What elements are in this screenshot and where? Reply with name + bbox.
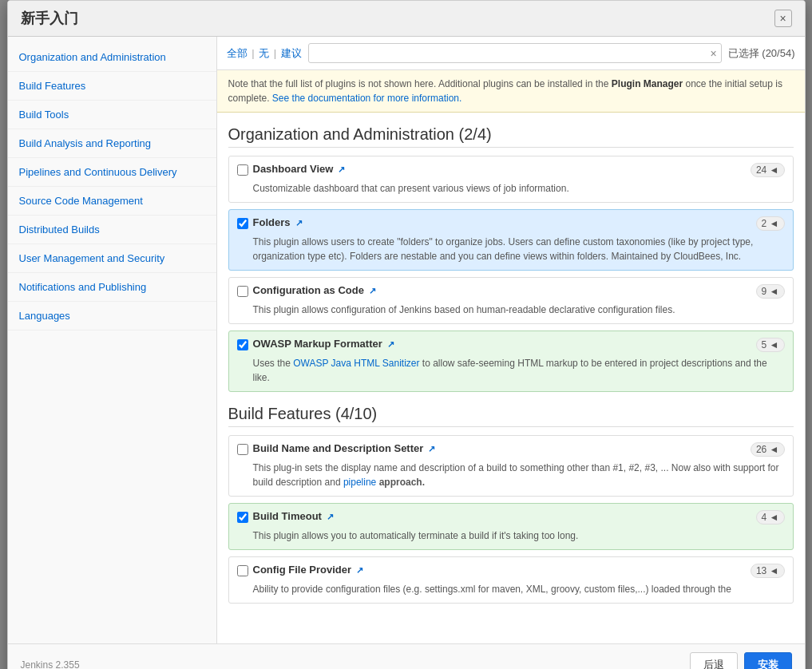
plugin-header-left-build-name-setter: Build Name and Description Setter ↗ [237, 442, 744, 455]
footer-buttons: 后退 安装 [690, 652, 792, 669]
plugin-desc-folders: This plugin allows users to create "fold… [253, 235, 785, 263]
plugin-link-owasp[interactable]: ↗ [385, 339, 394, 349]
filter-suggested[interactable]: 建议 [281, 47, 302, 59]
section-title-org-admin: Organization and Administration (2/4) [228, 125, 794, 148]
sidebar-item-org-admin[interactable]: Organization and Administration [8, 43, 216, 72]
plugin-item-config-file-provider: Config File Provider ↗13 ◄Ability to pro… [228, 556, 794, 604]
plugin-name-dashboard-view: Dashboard View ↗ [253, 163, 346, 175]
plugin-link-config-file-provider[interactable]: ↗ [354, 565, 363, 575]
plugin-name-build-timeout: Build Timeout ↗ [253, 510, 335, 522]
plugin-desc-config-file-provider: Ability to provide configuration files (… [253, 582, 785, 596]
scroll-area[interactable]: Organization and Administration (2/4)Das… [217, 113, 805, 643]
plugin-checkbox-build-timeout[interactable] [237, 512, 248, 523]
close-button[interactable]: × [774, 10, 792, 27]
plugin-name-build-name-setter: Build Name and Description Setter ↗ [253, 442, 436, 454]
plugin-name-owasp: OWASP Markup Formatter ↗ [253, 338, 394, 350]
plugin-link-build-name-setter[interactable]: ↗ [426, 444, 435, 453]
sidebar-item-notifications[interactable]: Notifications and Publishing [8, 273, 216, 302]
plugin-item-build-name-setter: Build Name and Description Setter ↗26 ◄T… [228, 435, 794, 497]
separator1: | [252, 47, 254, 59]
note-text1: Note that the full list of plugins is no… [228, 78, 612, 89]
plugin-count-dashboard-view: 24 ◄ [751, 163, 785, 177]
dialog-header: 新手入门 × [8, 1, 805, 37]
plugin-header-build-name-setter: Build Name and Description Setter ↗26 ◄ [237, 442, 785, 457]
plugin-desc-owasp: Uses the OWASP Java HTML Sanitizer to al… [253, 356, 785, 385]
doc-link[interactable]: See the documentation for more informati… [272, 93, 461, 104]
search-box: × [308, 43, 722, 63]
plugin-header-left-config-as-code: Configuration as Code ↗ [237, 284, 750, 297]
plugin-link-dashboard-view[interactable]: ↗ [335, 164, 345, 174]
sidebar-item-distributed[interactable]: Distributed Builds [8, 216, 216, 244]
plugin-header-config-as-code: Configuration as Code ↗9 ◄ [237, 284, 785, 299]
plugin-link-folders[interactable]: ↗ [292, 218, 302, 228]
plugin-header-left-folders: Folders ↗ [237, 216, 750, 229]
search-input[interactable] [308, 43, 722, 63]
plugin-item-dashboard-view: Dashboard View ↗24 ◄Customizable dashboa… [228, 156, 794, 203]
filter-all[interactable]: 全部 [227, 47, 248, 59]
plugin-desc-build-timeout: This plugin allows you to automatically … [253, 528, 785, 543]
plugin-link-build-timeout[interactable]: ↗ [324, 512, 334, 521]
plugin-count-folders: 2 ◄ [756, 216, 785, 231]
plugin-link-config-as-code[interactable]: ↗ [366, 286, 376, 295]
section-title-build-features: Build Features (4/10) [228, 405, 794, 427]
separator2: | [274, 47, 276, 59]
filter-none[interactable]: 无 [259, 47, 269, 59]
plugin-desc-dashboard-view: Customizable dashboard that can present … [253, 181, 785, 196]
plugin-name-config-file-provider: Config File Provider ↗ [253, 564, 364, 576]
toolbar: 全部 | 无 | 建议 × 已选择 (20/54) [217, 37, 805, 70]
footer-version: Jenkins 2.355 [21, 659, 80, 669]
plugin-count-owasp: 5 ◄ [756, 338, 785, 352]
dialog-body: Organization and AdministrationBuild Fea… [8, 37, 805, 643]
plugin-header-left-build-timeout: Build Timeout ↗ [237, 510, 750, 523]
plugin-desc-link-owasp[interactable]: OWASP Java HTML Sanitizer [293, 358, 419, 369]
dialog-title: 新手入门 [21, 9, 78, 28]
plugin-checkbox-dashboard-view[interactable] [237, 164, 248, 176]
sidebar-item-user-mgmt[interactable]: User Management and Security [8, 244, 216, 273]
dialog-footer: Jenkins 2.355 后退 安装 [8, 643, 805, 669]
plugin-desc-build-name-setter: This plug-in sets the display name and d… [253, 461, 785, 489]
plugin-count-build-timeout: 4 ◄ [756, 510, 785, 525]
plugin-header-left-dashboard-view: Dashboard View ↗ [237, 163, 744, 176]
plugin-desc-config-as-code: This plugin allows configuration of Jenk… [253, 303, 785, 317]
plugin-header-config-file-provider: Config File Provider ↗13 ◄ [237, 564, 785, 578]
sidebar-item-build-tools[interactable]: Build Tools [8, 101, 216, 129]
plugin-name-folders: Folders ↗ [253, 216, 303, 228]
plugin-checkbox-config-file-provider[interactable] [237, 565, 248, 576]
install-button[interactable]: 安装 [744, 652, 792, 669]
plugin-header-owasp: OWASP Markup Formatter ↗5 ◄ [237, 338, 785, 352]
plugin-item-config-as-code: Configuration as Code ↗9 ◄This plugin al… [228, 277, 794, 324]
plugin-checkbox-config-as-code[interactable] [237, 286, 248, 297]
plugin-count-config-file-provider: 13 ◄ [751, 564, 785, 578]
plugin-name-config-as-code: Configuration as Code ↗ [253, 284, 376, 296]
search-clear-button[interactable]: × [711, 47, 717, 60]
plugin-checkbox-owasp[interactable] [237, 339, 248, 350]
back-button[interactable]: 后退 [690, 652, 738, 669]
selected-count: 已选择 (20/54) [728, 46, 795, 61]
plugin-header-left-config-file-provider: Config File Provider ↗ [237, 564, 744, 576]
sidebar-item-languages[interactable]: Languages [8, 302, 216, 331]
filter-links: 全部 | 无 | 建议 [227, 46, 302, 61]
plugin-count-config-as-code: 9 ◄ [756, 284, 785, 299]
plugin-desc-link-build-name-setter[interactable]: pipeline [343, 477, 376, 488]
plugin-checkbox-folders[interactable] [237, 218, 248, 229]
plugin-checkbox-build-name-setter[interactable] [237, 444, 248, 455]
plugin-count-build-name-setter: 26 ◄ [751, 442, 785, 457]
sidebar: Organization and AdministrationBuild Fea… [8, 37, 217, 643]
sidebar-item-build-analysis[interactable]: Build Analysis and Reporting [8, 129, 216, 158]
plugin-header-build-timeout: Build Timeout ↗4 ◄ [237, 510, 785, 525]
sidebar-item-build-features[interactable]: Build Features [8, 72, 216, 101]
setup-dialog: 新手入门 × Organization and AdministrationBu… [7, 0, 806, 669]
main-content: 全部 | 无 | 建议 × 已选择 (20/54) Note that the … [217, 37, 805, 643]
plugin-item-build-timeout: Build Timeout ↗4 ◄This plugin allows you… [228, 503, 794, 550]
plugin-manager-text: Plugin Manager [612, 78, 683, 89]
note-bar: Note that the full list of plugins is no… [217, 70, 805, 113]
sidebar-item-pipelines[interactable]: Pipelines and Continuous Delivery [8, 158, 216, 187]
plugin-header-left-owasp: OWASP Markup Formatter ↗ [237, 338, 750, 350]
plugin-header-folders: Folders ↗2 ◄ [237, 216, 785, 231]
sidebar-item-source-code[interactable]: Source Code Management [8, 187, 216, 216]
plugin-item-owasp: OWASP Markup Formatter ↗5 ◄Uses the OWAS… [228, 331, 794, 392]
plugin-item-folders: Folders ↗2 ◄This plugin allows users to … [228, 209, 794, 271]
plugin-header-dashboard-view: Dashboard View ↗24 ◄ [237, 163, 785, 177]
